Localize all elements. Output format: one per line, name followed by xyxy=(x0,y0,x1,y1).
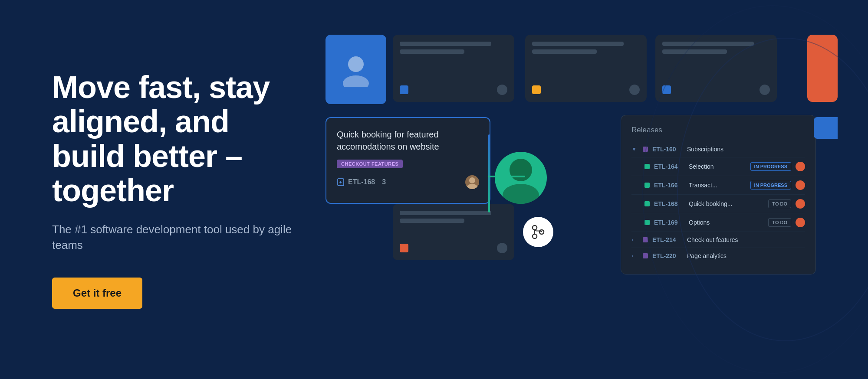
hero-text-area: Move fast, stay aligned, and build bette… xyxy=(0,70,304,309)
release-color-dot xyxy=(643,253,648,258)
card-line xyxy=(400,49,464,54)
card-line xyxy=(400,219,464,223)
git-icon xyxy=(529,223,547,241)
card-square-orange xyxy=(400,244,408,252)
assignee-avatar-icon xyxy=(465,175,479,189)
svg-point-3 xyxy=(469,177,475,183)
connector-line-vertical xyxy=(488,134,490,212)
etl-id: ETL-168 3 xyxy=(337,178,386,186)
svg-point-1 xyxy=(343,75,369,87)
card-dot xyxy=(497,243,507,253)
bookmark-icon xyxy=(337,178,345,186)
user-avatar-card xyxy=(326,35,386,104)
card-square-blue xyxy=(400,85,408,94)
card-lines-1 xyxy=(400,42,507,54)
green-avatar-icon xyxy=(495,152,547,204)
card-line xyxy=(532,49,597,54)
task-card-title: Quick booking for featured accomodations… xyxy=(337,128,479,153)
expand-icon-160: ▼ xyxy=(631,146,638,152)
card-line xyxy=(400,42,491,46)
top-card-1 xyxy=(393,35,514,102)
checkout-tag: CHECKOUT FEATURES xyxy=(337,160,403,168)
connector-line-horizontal xyxy=(488,176,525,177)
expand-icon-220: › xyxy=(631,253,638,259)
card-lines-bottom xyxy=(400,211,507,223)
card-lines-2 xyxy=(532,42,640,54)
etl-id-text: ETL-168 xyxy=(348,178,375,186)
svg-point-6 xyxy=(503,184,539,204)
card-dot xyxy=(629,85,640,95)
hero-subtext: The #1 software development tool used by… xyxy=(52,222,304,253)
card-bottom-row xyxy=(400,243,507,253)
bottom-mid-card xyxy=(393,204,514,260)
card-bottom-row xyxy=(400,85,507,95)
card-square-yellow xyxy=(532,85,541,94)
svg-point-4 xyxy=(467,184,477,189)
hero-section: Move fast, stay aligned, and build bette… xyxy=(0,0,868,379)
task-count: 3 xyxy=(382,178,386,186)
task-card: Quick booking for featured accomodations… xyxy=(326,117,490,204)
svg-point-7 xyxy=(533,225,537,230)
card-dot xyxy=(497,85,507,95)
card-line xyxy=(532,42,624,46)
user-avatar-icon xyxy=(339,52,373,87)
svg-point-8 xyxy=(533,234,537,239)
svg-point-5 xyxy=(510,159,532,181)
card-bottom-row xyxy=(532,85,640,95)
green-avatar xyxy=(495,152,547,204)
task-card-footer: ETL-168 3 xyxy=(337,175,479,189)
top-card-2 xyxy=(525,35,647,102)
hero-headline: Move fast, stay aligned, and build bette… xyxy=(52,70,304,208)
hero-illustration: Quick booking for featured accomodations… xyxy=(304,0,868,379)
git-circle xyxy=(523,217,553,247)
cta-button[interactable]: Get it free xyxy=(52,278,142,309)
assignee-avatar xyxy=(465,175,479,189)
expand-icon-214: › xyxy=(631,237,638,243)
svg-point-0 xyxy=(348,56,364,72)
card-line xyxy=(400,211,491,215)
